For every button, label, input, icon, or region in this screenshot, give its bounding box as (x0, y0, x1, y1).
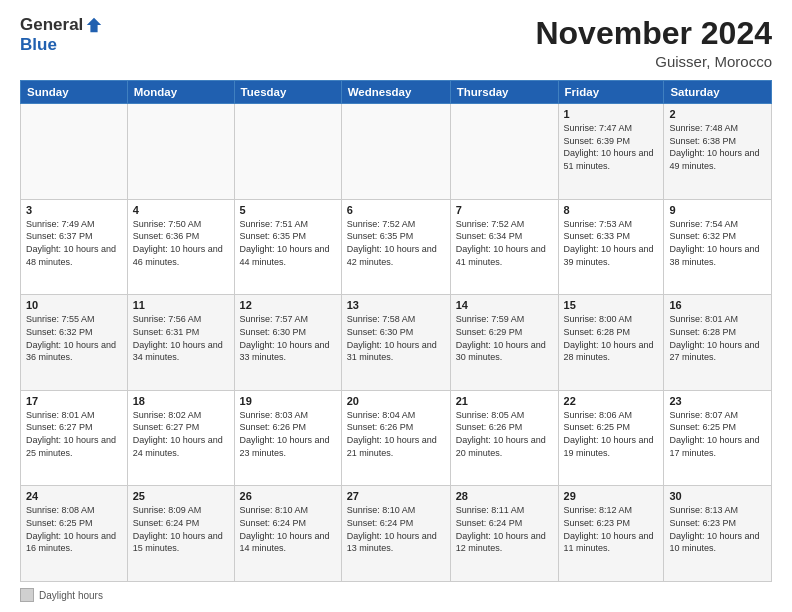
day-cell (234, 104, 341, 200)
day-number: 3 (26, 204, 122, 216)
day-info: Sunrise: 8:10 AM Sunset: 6:24 PM Dayligh… (347, 504, 445, 554)
day-number: 2 (669, 108, 766, 120)
legend-label: Daylight hours (39, 590, 103, 601)
day-cell: 28Sunrise: 8:11 AM Sunset: 6:24 PM Dayli… (450, 486, 558, 582)
day-info: Sunrise: 7:54 AM Sunset: 6:32 PM Dayligh… (669, 218, 766, 268)
day-cell: 10Sunrise: 7:55 AM Sunset: 6:32 PM Dayli… (21, 295, 128, 391)
day-number: 28 (456, 490, 553, 502)
day-cell: 13Sunrise: 7:58 AM Sunset: 6:30 PM Dayli… (341, 295, 450, 391)
day-number: 9 (669, 204, 766, 216)
calendar-body: 1Sunrise: 7:47 AM Sunset: 6:39 PM Daylig… (21, 104, 772, 582)
day-info: Sunrise: 7:55 AM Sunset: 6:32 PM Dayligh… (26, 313, 122, 363)
day-info: Sunrise: 7:49 AM Sunset: 6:37 PM Dayligh… (26, 218, 122, 268)
day-number: 12 (240, 299, 336, 311)
logo-blue: Blue (20, 35, 57, 54)
day-number: 27 (347, 490, 445, 502)
day-info: Sunrise: 7:56 AM Sunset: 6:31 PM Dayligh… (133, 313, 229, 363)
calendar-table: Sunday Monday Tuesday Wednesday Thursday… (20, 80, 772, 582)
day-number: 7 (456, 204, 553, 216)
week-row-2: 10Sunrise: 7:55 AM Sunset: 6:32 PM Dayli… (21, 295, 772, 391)
day-number: 8 (564, 204, 659, 216)
weekday-header-row: Sunday Monday Tuesday Wednesday Thursday… (21, 81, 772, 104)
day-info: Sunrise: 7:58 AM Sunset: 6:30 PM Dayligh… (347, 313, 445, 363)
week-row-4: 24Sunrise: 8:08 AM Sunset: 6:25 PM Dayli… (21, 486, 772, 582)
day-cell: 14Sunrise: 7:59 AM Sunset: 6:29 PM Dayli… (450, 295, 558, 391)
day-info: Sunrise: 7:51 AM Sunset: 6:35 PM Dayligh… (240, 218, 336, 268)
week-row-0: 1Sunrise: 7:47 AM Sunset: 6:39 PM Daylig… (21, 104, 772, 200)
header-sunday: Sunday (21, 81, 128, 104)
day-number: 1 (564, 108, 659, 120)
header-thursday: Thursday (450, 81, 558, 104)
day-number: 19 (240, 395, 336, 407)
header-tuesday: Tuesday (234, 81, 341, 104)
day-info: Sunrise: 8:06 AM Sunset: 6:25 PM Dayligh… (564, 409, 659, 459)
day-cell (21, 104, 128, 200)
header-wednesday: Wednesday (341, 81, 450, 104)
day-cell: 17Sunrise: 8:01 AM Sunset: 6:27 PM Dayli… (21, 390, 128, 486)
day-cell: 29Sunrise: 8:12 AM Sunset: 6:23 PM Dayli… (558, 486, 664, 582)
day-number: 5 (240, 204, 336, 216)
day-number: 29 (564, 490, 659, 502)
day-number: 17 (26, 395, 122, 407)
day-cell: 15Sunrise: 8:00 AM Sunset: 6:28 PM Dayli… (558, 295, 664, 391)
logo-general: General (20, 16, 83, 35)
day-info: Sunrise: 8:05 AM Sunset: 6:26 PM Dayligh… (456, 409, 553, 459)
week-row-3: 17Sunrise: 8:01 AM Sunset: 6:27 PM Dayli… (21, 390, 772, 486)
day-info: Sunrise: 8:12 AM Sunset: 6:23 PM Dayligh… (564, 504, 659, 554)
month-title: November 2024 (535, 16, 772, 51)
day-cell: 12Sunrise: 7:57 AM Sunset: 6:30 PM Dayli… (234, 295, 341, 391)
day-cell: 23Sunrise: 8:07 AM Sunset: 6:25 PM Dayli… (664, 390, 772, 486)
day-info: Sunrise: 7:50 AM Sunset: 6:36 PM Dayligh… (133, 218, 229, 268)
day-cell: 3Sunrise: 7:49 AM Sunset: 6:37 PM Daylig… (21, 199, 128, 295)
day-cell: 4Sunrise: 7:50 AM Sunset: 6:36 PM Daylig… (127, 199, 234, 295)
day-number: 22 (564, 395, 659, 407)
day-number: 14 (456, 299, 553, 311)
day-cell: 8Sunrise: 7:53 AM Sunset: 6:33 PM Daylig… (558, 199, 664, 295)
day-cell: 9Sunrise: 7:54 AM Sunset: 6:32 PM Daylig… (664, 199, 772, 295)
day-cell: 30Sunrise: 8:13 AM Sunset: 6:23 PM Dayli… (664, 486, 772, 582)
day-cell: 19Sunrise: 8:03 AM Sunset: 6:26 PM Dayli… (234, 390, 341, 486)
location: Guisser, Morocco (535, 53, 772, 70)
day-cell: 18Sunrise: 8:02 AM Sunset: 6:27 PM Dayli… (127, 390, 234, 486)
day-info: Sunrise: 8:13 AM Sunset: 6:23 PM Dayligh… (669, 504, 766, 554)
day-cell: 21Sunrise: 8:05 AM Sunset: 6:26 PM Dayli… (450, 390, 558, 486)
day-info: Sunrise: 8:03 AM Sunset: 6:26 PM Dayligh… (240, 409, 336, 459)
header-monday: Monday (127, 81, 234, 104)
day-info: Sunrise: 8:09 AM Sunset: 6:24 PM Dayligh… (133, 504, 229, 554)
day-cell: 1Sunrise: 7:47 AM Sunset: 6:39 PM Daylig… (558, 104, 664, 200)
day-number: 15 (564, 299, 659, 311)
day-number: 11 (133, 299, 229, 311)
day-number: 10 (26, 299, 122, 311)
day-info: Sunrise: 8:01 AM Sunset: 6:27 PM Dayligh… (26, 409, 122, 459)
legend: Daylight hours (20, 588, 772, 602)
week-row-1: 3Sunrise: 7:49 AM Sunset: 6:37 PM Daylig… (21, 199, 772, 295)
day-info: Sunrise: 8:00 AM Sunset: 6:28 PM Dayligh… (564, 313, 659, 363)
day-number: 25 (133, 490, 229, 502)
day-info: Sunrise: 7:52 AM Sunset: 6:34 PM Dayligh… (456, 218, 553, 268)
day-number: 24 (26, 490, 122, 502)
day-info: Sunrise: 7:57 AM Sunset: 6:30 PM Dayligh… (240, 313, 336, 363)
day-number: 26 (240, 490, 336, 502)
day-info: Sunrise: 7:52 AM Sunset: 6:35 PM Dayligh… (347, 218, 445, 268)
day-number: 6 (347, 204, 445, 216)
day-cell: 11Sunrise: 7:56 AM Sunset: 6:31 PM Dayli… (127, 295, 234, 391)
logo: General Blue (20, 16, 103, 55)
day-info: Sunrise: 7:48 AM Sunset: 6:38 PM Dayligh… (669, 122, 766, 172)
day-number: 4 (133, 204, 229, 216)
day-info: Sunrise: 8:08 AM Sunset: 6:25 PM Dayligh… (26, 504, 122, 554)
day-number: 30 (669, 490, 766, 502)
header-friday: Friday (558, 81, 664, 104)
legend-box (20, 588, 34, 602)
day-cell (450, 104, 558, 200)
day-info: Sunrise: 7:53 AM Sunset: 6:33 PM Dayligh… (564, 218, 659, 268)
day-cell: 22Sunrise: 8:06 AM Sunset: 6:25 PM Dayli… (558, 390, 664, 486)
day-cell: 25Sunrise: 8:09 AM Sunset: 6:24 PM Dayli… (127, 486, 234, 582)
day-info: Sunrise: 7:59 AM Sunset: 6:29 PM Dayligh… (456, 313, 553, 363)
day-info: Sunrise: 7:47 AM Sunset: 6:39 PM Dayligh… (564, 122, 659, 172)
day-cell: 27Sunrise: 8:10 AM Sunset: 6:24 PM Dayli… (341, 486, 450, 582)
day-cell: 2Sunrise: 7:48 AM Sunset: 6:38 PM Daylig… (664, 104, 772, 200)
day-number: 16 (669, 299, 766, 311)
day-cell (341, 104, 450, 200)
header: General Blue November 2024 Guisser, Moro… (20, 16, 772, 70)
day-cell: 5Sunrise: 7:51 AM Sunset: 6:35 PM Daylig… (234, 199, 341, 295)
